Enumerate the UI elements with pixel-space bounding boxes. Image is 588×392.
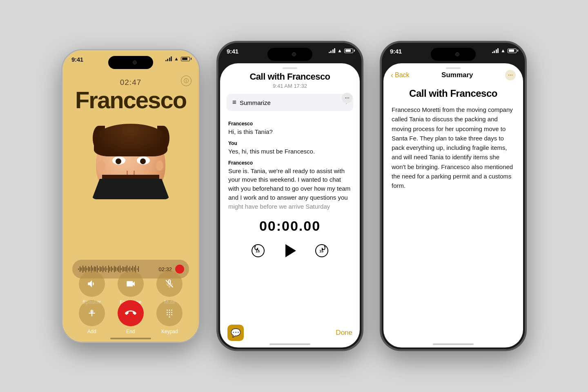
volume-up-button[interactable] [61, 99, 62, 112]
svg-point-10 [169, 316, 170, 318]
svg-point-2 [169, 310, 170, 311]
speaker-label-0: Francesco [228, 121, 352, 127]
mute-icon-circle [156, 271, 183, 297]
volume-up-button-2[interactable] [216, 91, 217, 104]
phone-summary: 9:41 ▲ ‹ Back Summary ··· Call with [380, 41, 527, 351]
volume-down-button[interactable] [61, 120, 62, 144]
dynamic-island-3 [431, 48, 476, 61]
facetime-icon-circle [118, 271, 144, 297]
speaker-text-1: Yes, hi, this must be Francesco. [228, 147, 352, 156]
playback-timer: 00:00.00 [220, 218, 360, 234]
skip-forward-button[interactable]: 15 [313, 242, 330, 259]
signal-bars-2 [329, 48, 336, 53]
transcript-body: Francesco Hi, is this Tania? You Yes, hi… [220, 117, 360, 211]
battery-icon-2 [344, 49, 353, 53]
skip-back-button[interactable]: 15 [249, 242, 267, 259]
scroll-pill-2 [283, 67, 297, 69]
call-controls-row-2: Add End Keypad [72, 300, 189, 334]
back-label: Back [395, 71, 410, 79]
svg-point-3 [171, 310, 172, 311]
summarize-icon: ≡ [232, 98, 236, 107]
summarize-label: Summarize [240, 99, 271, 106]
add-icon-circle [79, 300, 105, 326]
power-button[interactable] [199, 116, 200, 148]
volume-up-button-3[interactable] [380, 91, 381, 104]
back-button[interactable]: ‹ Back [391, 71, 410, 80]
add-button[interactable]: Add [79, 300, 105, 334]
svg-point-5 [169, 312, 170, 313]
scroll-pill-3 [446, 67, 461, 69]
summary-screen: ‹ Back Summary ··· Call with Francesco F… [383, 63, 523, 347]
signal-bars-3 [492, 48, 499, 53]
caller-name: Francesco [62, 86, 199, 114]
summary-content: Call with Francesco Francesco Moretti fr… [383, 85, 523, 198]
phone-active-call: 9:41 ▲ ⓘ 02:47 Francesco [61, 49, 200, 343]
speaker-label-2: Francesco [228, 160, 352, 166]
svg-point-4 [167, 312, 168, 313]
phone-transcript: 9:41 ▲ Call with Francesco 9:41 AM 17:32… [216, 41, 363, 351]
end-call-button[interactable]: End [118, 300, 144, 334]
back-chevron-icon: ‹ [391, 71, 393, 80]
front-camera-2 [292, 52, 296, 56]
front-camera [133, 60, 137, 65]
status-time-1: 9:41 [71, 56, 83, 63]
wifi-icon-2: ▲ [337, 48, 342, 53]
summary-title: Call with Francesco [392, 88, 515, 99]
status-time-2: 9:41 [227, 48, 238, 55]
svg-point-9 [171, 314, 172, 315]
done-button[interactable]: Done [336, 329, 352, 337]
volume-down-button-2[interactable] [216, 111, 217, 136]
transcript-footer: 💬 Done [220, 325, 360, 341]
wifi-icon-1: ▲ [174, 56, 179, 62]
keypad-icon-circle [156, 300, 183, 326]
volume-down-button-3[interactable] [380, 111, 381, 136]
call-timer: 02:47 [62, 78, 199, 87]
svg-point-8 [169, 314, 170, 315]
home-indicator-2 [270, 343, 310, 345]
summarize-row[interactable]: ≡ Summarize › [227, 94, 353, 111]
transcript-title: Call with Francesco [228, 71, 352, 82]
speaker-icon-circle [79, 271, 105, 297]
keypad-button[interactable]: Keypad [156, 300, 183, 334]
summary-nav: ‹ Back Summary ··· [383, 63, 523, 85]
keypad-label: Keypad [161, 329, 178, 334]
summarize-left: ≡ Summarize [232, 98, 271, 107]
battery-icon-1 [181, 57, 190, 61]
play-triangle-icon [285, 244, 296, 257]
speaker-text-2: Sure is. Tania, we're all ready to assis… [228, 167, 352, 202]
transcript-subtitle: 9:41 AM 17:32 [228, 83, 352, 89]
end-call-icon-circle [118, 300, 144, 326]
dynamic-island [108, 56, 153, 69]
status-time-3: 9:41 [390, 48, 402, 55]
home-indicator-1 [110, 338, 151, 339]
end-label: End [126, 329, 135, 334]
summary-nav-title: Summary [441, 71, 473, 79]
signal-bars-1 [165, 56, 172, 61]
battery-icon-3 [508, 49, 517, 53]
svg-point-1 [167, 310, 168, 311]
summary-text: Francesco Moretti from the moving compan… [392, 105, 515, 190]
power-button-2[interactable] [363, 107, 363, 140]
transcript-screen: Call with Francesco 9:41 AM 17:32 ··· ≡ … [220, 63, 360, 347]
power-button-3[interactable] [526, 107, 527, 140]
more-options-button[interactable]: ··· [342, 93, 352, 103]
playback-controls: 15 15 [220, 241, 360, 261]
speaker-text-2b: might have before we arrive Saturday [228, 202, 352, 211]
dynamic-island-2 [267, 48, 312, 61]
memoji-avatar [90, 114, 172, 203]
speaker-label-1: You [228, 140, 352, 146]
speaker-text-0: Hi, is this Tania? [228, 127, 352, 136]
wifi-icon-3: ▲ [501, 48, 506, 53]
status-icons-3: ▲ [492, 48, 517, 53]
play-button[interactable] [280, 241, 300, 261]
active-call-screen: 9:41 ▲ ⓘ 02:47 Francesco [62, 50, 199, 342]
svg-point-6 [171, 312, 172, 313]
front-camera-3 [455, 52, 459, 56]
home-indicator-3 [433, 343, 474, 345]
more-options-button-3[interactable]: ··· [505, 70, 516, 80]
svg-point-7 [167, 314, 168, 315]
status-icons-2: ▲ [329, 48, 353, 53]
status-icons-1: ▲ [165, 56, 190, 62]
add-label: Add [87, 329, 96, 334]
chat-bubble-button[interactable]: 💬 [227, 325, 244, 341]
